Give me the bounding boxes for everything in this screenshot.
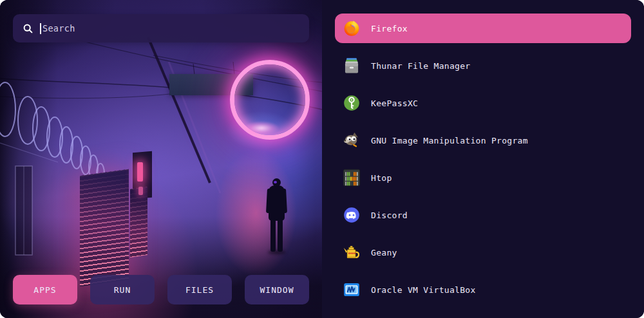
thunar-icon (343, 57, 361, 75)
list-item-htop[interactable]: Htop (335, 163, 631, 192)
mode-switcher: APPS RUN FILES WINDOW (13, 275, 309, 304)
search-input[interactable] (41, 23, 309, 33)
list-item-virtualbox[interactable]: Oracle VM VirtualBox (335, 275, 631, 304)
htop-icon (343, 169, 361, 187)
gimp-icon (343, 131, 361, 149)
list-item-keepassxc[interactable]: KeePassXC (335, 88, 631, 118)
list-item-label: GNU Image Manipulation Program (371, 136, 528, 145)
mode-button-files[interactable]: FILES (167, 275, 232, 304)
virtualbox-icon (343, 281, 361, 299)
list-item-geany[interactable]: Geany (335, 238, 631, 267)
list-item-thunar[interactable]: Thunar File Manager (335, 51, 631, 80)
list-item-label: Geany (371, 248, 397, 257)
list-item-label: Discord (371, 210, 408, 220)
mode-button-run[interactable]: RUN (90, 275, 155, 304)
list-item-label: KeePassXC (371, 98, 418, 108)
discord-icon (343, 206, 361, 224)
keepassxc-icon (343, 94, 361, 112)
search-icon (23, 24, 33, 33)
list-item-firefox[interactable]: Firefox (335, 14, 631, 43)
list-item-label: Firefox (371, 24, 408, 33)
mode-button-apps[interactable]: APPS (13, 275, 77, 304)
scene-lines (0, 0, 322, 318)
list-item-gimp[interactable]: GNU Image Manipulation Program (335, 126, 631, 155)
list-item-discord[interactable]: Discord (335, 200, 631, 230)
list-item-label: Thunar File Manager (371, 61, 470, 71)
left-panel: APPS RUN FILES WINDOW (0, 0, 322, 318)
list-item-label: Htop (371, 173, 392, 183)
app-launcher-window: APPS RUN FILES WINDOW (0, 0, 644, 318)
firefox-icon (343, 19, 361, 37)
app-list: Firefox Thunar File Manager (322, 0, 644, 318)
mode-button-window[interactable]: WINDOW (245, 275, 309, 304)
geany-icon (343, 243, 361, 261)
search-bar[interactable] (13, 14, 309, 42)
list-item-label: Oracle VM VirtualBox (371, 285, 476, 295)
